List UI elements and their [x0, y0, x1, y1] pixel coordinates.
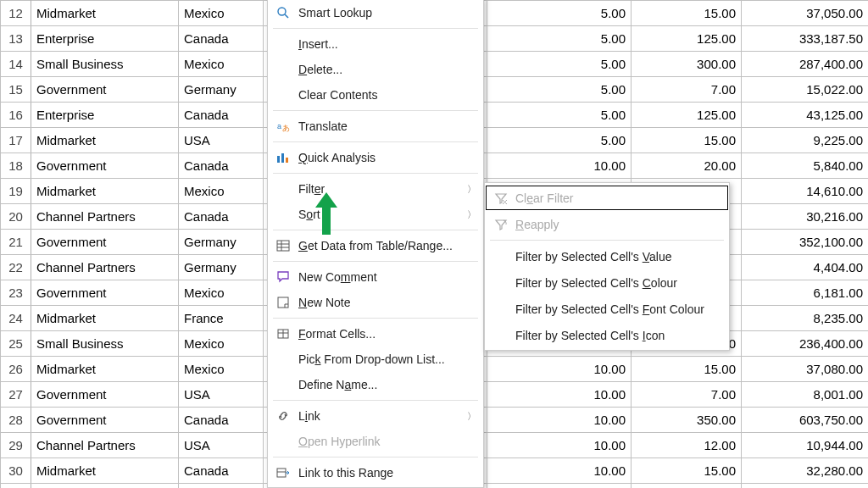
cell-val3[interactable]: 30,216.00: [742, 204, 869, 230]
cell-segment[interactable]: Government: [31, 77, 179, 103]
cell-val1[interactable]: 10.00: [487, 433, 632, 458]
cell-val3[interactable]: 5,840.00: [742, 153, 869, 179]
menu-link[interactable]: Link〉: [268, 403, 483, 429]
cell-val1[interactable]: 10.00: [487, 382, 632, 408]
cell-country[interactable]: Canada: [179, 26, 264, 52]
cell-val3[interactable]: 10,944.00: [742, 433, 869, 458]
menu-define-name[interactable]: Define Name...: [268, 372, 483, 397]
cell-val2[interactable]: 350.00: [632, 408, 742, 433]
menu-sort[interactable]: Sort〉: [268, 202, 483, 227]
cell-val2[interactable]: 7.00: [632, 382, 742, 408]
cell-country[interactable]: USA: [179, 382, 264, 408]
cell-val2[interactable]: 125.00: [632, 103, 742, 128]
cell-val3[interactable]: 37,080.00: [742, 357, 869, 382]
cell-country[interactable]: Mexico: [179, 357, 264, 382]
cell-val3[interactable]: 8,001.00: [742, 382, 869, 408]
cell-val3[interactable]: 14,610.00: [742, 179, 869, 204]
cell-val2[interactable]: 125.00: [632, 26, 742, 52]
cell-val2[interactable]: 12.00: [632, 433, 742, 458]
row-header[interactable]: 16: [1, 103, 31, 128]
cell-country[interactable]: Mexico: [179, 280, 264, 306]
row-header[interactable]: 30: [1, 458, 31, 484]
cell-segment[interactable]: Government: [31, 153, 179, 179]
cell-val3[interactable]: 15,022.00: [742, 77, 869, 103]
row-header[interactable]: 24: [1, 306, 31, 331]
cell-country[interactable]: Germany: [179, 230, 264, 255]
cell-val3[interactable]: 333,187.50: [742, 26, 869, 52]
cell-val1[interactable]: 10.00: [487, 153, 632, 179]
cell-val1[interactable]: 10.00: [487, 357, 632, 382]
cell-val3[interactable]: 6,181.00: [742, 280, 869, 306]
cell-segment[interactable]: Government: [31, 382, 179, 408]
menu-filter[interactable]: Filter〉: [268, 176, 483, 202]
cell-segment[interactable]: Channel Partners: [31, 433, 179, 458]
menu-get-data[interactable]: Get Data from Table/Range...: [268, 233, 483, 258]
row-header[interactable]: 21: [1, 230, 31, 255]
row-header[interactable]: 18: [1, 153, 31, 179]
menu-smart-lookup[interactable]: Smart Lookup: [268, 0, 483, 25]
cell-segment[interactable]: Enterprise: [31, 103, 179, 128]
cell-segment[interactable]: Enterprise: [31, 26, 179, 52]
row-header[interactable]: 12: [1, 1, 31, 26]
cell-segment[interactable]: Midmarket: [31, 179, 179, 204]
menu-format-cells[interactable]: Format Cells...: [268, 321, 483, 347]
cell-segment[interactable]: Channel Partners: [31, 204, 179, 230]
cell-country[interactable]: USA: [179, 433, 264, 458]
menu-clear-contents[interactable]: Clear Contents: [268, 82, 483, 108]
cell-country[interactable]: France: [179, 306, 264, 331]
menu-pick-list[interactable]: Pick From Drop-down List...: [268, 347, 483, 372]
cell-val1[interactable]: 5.00: [487, 26, 632, 52]
row-header[interactable]: 13: [1, 26, 31, 52]
cell-country[interactable]: Mexico: [179, 179, 264, 204]
cell-val3[interactable]: 287,400.00: [742, 52, 869, 77]
cell-country[interactable]: Canada: [179, 103, 264, 128]
cell-country[interactable]: Mexico: [179, 331, 264, 357]
cell-segment[interactable]: Small Business: [31, 331, 179, 357]
cell-segment[interactable]: Midmarket: [31, 458, 179, 484]
row-header[interactable]: 20: [1, 204, 31, 230]
row-header[interactable]: 23: [1, 280, 31, 306]
cell-country[interactable]: Mexico: [179, 52, 264, 77]
cell-country[interactable]: USA: [179, 128, 264, 153]
cell-country[interactable]: Canada: [179, 458, 264, 484]
menu-insert[interactable]: Insert...: [268, 31, 483, 57]
cell-val3[interactable]: 43,125.00: [742, 103, 869, 128]
cell-val2[interactable]: 15.00: [632, 357, 742, 382]
cell-country[interactable]: Canada: [179, 408, 264, 433]
cell-val2[interactable]: 20.00: [632, 153, 742, 179]
cell-segment[interactable]: Government: [31, 230, 179, 255]
cell-val3[interactable]: 8,235.00: [742, 306, 869, 331]
cell-val2[interactable]: 15.00: [632, 128, 742, 153]
cell-segment[interactable]: Channel Partners: [31, 255, 179, 280]
submenu-by-icon[interactable]: Filter by Selected Cell's Icon: [485, 322, 729, 348]
cell-country[interactable]: Germany: [179, 77, 264, 103]
row-header[interactable]: 25: [1, 331, 31, 357]
cell-val3[interactable]: 37,050.00: [742, 1, 869, 26]
cell-segment[interactable]: Midmarket: [31, 357, 179, 382]
cell-segment[interactable]: Midmarket: [31, 1, 179, 26]
cell-val1[interactable]: 5.00: [487, 1, 632, 26]
cell-segment[interactable]: Small Business: [31, 52, 179, 77]
menu-delete[interactable]: Delete...: [268, 57, 483, 82]
cell-val3[interactable]: 352,100.00: [742, 230, 869, 255]
menu-quick-analysis[interactable]: Quick Analysis: [268, 145, 483, 170]
cell-country[interactable]: Canada: [179, 153, 264, 179]
cell-val2[interactable]: 15.00: [632, 458, 742, 484]
cell-val2[interactable]: 300.00: [632, 52, 742, 77]
cell-val1[interactable]: 5.00: [487, 77, 632, 103]
submenu-by-font[interactable]: Filter by Selected Cell's Font Colour: [485, 296, 729, 322]
menu-link-range[interactable]: Link to this Range: [268, 460, 483, 485]
menu-translate[interactable]: aあ Translate: [268, 114, 483, 139]
cell-val1[interactable]: 5.00: [487, 52, 632, 77]
cell-segment[interactable]: Midmarket: [31, 306, 179, 331]
menu-new-note[interactable]: New Note: [268, 290, 483, 315]
cell-country[interactable]: Canada: [179, 204, 264, 230]
cell-val3[interactable]: 9,225.00: [742, 128, 869, 153]
cell-segment[interactable]: Government: [31, 408, 179, 433]
row-header[interactable]: 15: [1, 77, 31, 103]
row-header[interactable]: 29: [1, 433, 31, 458]
submenu-by-colour[interactable]: Filter by Selected Cell's Colour: [485, 269, 729, 296]
menu-new-comment[interactable]: New Comment: [268, 264, 483, 290]
cell-val1[interactable]: 10.00: [487, 408, 632, 433]
cell-val1[interactable]: 5.00: [487, 103, 632, 128]
